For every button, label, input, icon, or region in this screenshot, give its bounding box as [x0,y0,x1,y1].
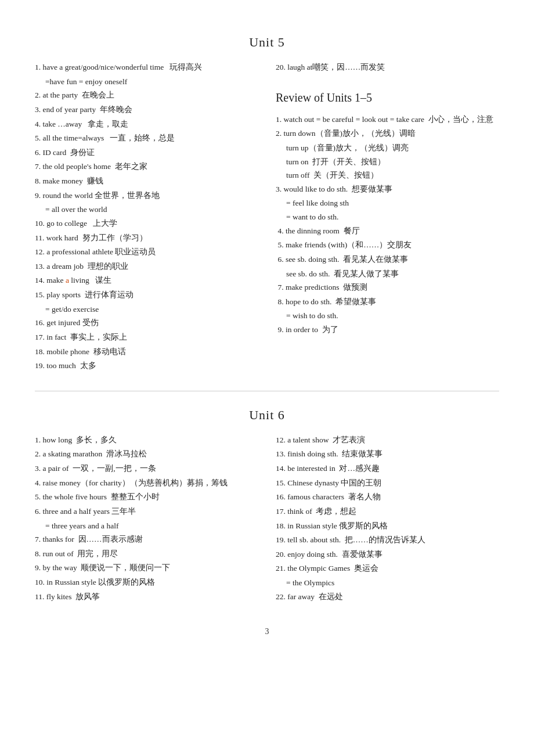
list-item: 1. watch out = be careful = look out = t… [276,113,499,127]
list-item: 10. in Russian style 以俄罗斯的风格 [35,575,258,589]
list-item: 17. in fact 事实上，实际上 [35,330,258,344]
list-item: 19. too much 太多 [35,359,258,373]
list-item: 22. far away 在远处 [276,590,499,604]
list-item: 13. finish doing sth. 结束做某事 [276,447,499,461]
list-item: 16. get injured 受伤 [35,316,258,330]
list-item: 4. the dinning room 餐厅 [276,224,499,238]
list-item: =have fun = enjoy oneself [35,75,258,89]
list-item: 6. see sb. doing sth. 看见某人在做某事 [276,253,499,267]
list-item: see sb. do sth. 看见某人做了某事 [276,267,499,281]
list-item: = feel like doing sth [276,196,499,210]
review-title: Review of Units 1–5 [276,91,499,105]
unit6-right-col: 12. a talent show 才艺表演 13. finish doing … [276,433,499,604]
list-item: turn on 打开（开关、按钮） [276,155,499,169]
list-item: 13. a dream job 理想的职业 [35,260,258,273]
list-item: 5. all the time=always 一直，始终，总是 [35,131,258,145]
unit5-title: Unit 5 [35,35,499,50]
list-item: turn off 关（开关、按钮） [276,168,499,182]
unit5-left-col: 1. have a great/good/nice/wonderful time… [35,60,258,373]
list-item: 7. make predictions 做预测 [276,280,499,294]
list-item: 15. play sports 进行体育运动 [35,288,258,302]
list-item: 7. thanks for 因……而表示感谢 [35,532,258,546]
list-item: 19. tell sb. about sth. 把……的情况告诉某人 [276,533,499,547]
unit6-left-col: 1. how long 多长，多久 2. a skating marathon … [35,433,258,604]
list-item: 14. make a living 谋生 [35,273,258,287]
list-item: 11. fly kites 放风筝 [35,590,258,604]
list-item: = wish to do sth. [276,309,499,323]
page-number: 3 [35,627,499,636]
list-item: 8. make money 赚钱 [35,174,258,188]
list-item: 8. hope to do sth. 希望做某事 [276,295,499,309]
list-item: = get/do exercise [35,303,258,316]
list-item: 5. make friends (with)（和……）交朋友 [276,238,499,252]
list-item: 18. mobile phone 移动电话 [35,345,258,359]
list-item: 9. in order to 为了 [276,323,499,337]
list-item: 18. in Russian style 俄罗斯的风格 [276,519,499,533]
list-item: 20. laugh at嘲笑，因……而发笑 [276,60,499,74]
list-item: 3. would like to do sth. 想要做某事 [276,182,499,196]
list-item: 11. work hard 努力工作（学习） [35,231,258,245]
unit5-right-col: 20. laugh at嘲笑，因……而发笑 Review of Units 1–… [276,60,499,373]
list-item: 2. turn down（音量)放小，（光线）调暗 [276,127,499,141]
list-item: 6. ID card 身份证 [35,146,258,160]
list-item: turn up（音量)放大，（光线）调亮 [276,141,499,155]
list-item: 5. the whole five hours 整整五个小时 [35,490,258,504]
list-item: 15. Chinese dynasty 中国的王朝 [276,476,499,490]
list-item: 2. a skating marathon 滑冰马拉松 [35,447,258,461]
list-item: 8. run out of 用完，用尽 [35,547,258,561]
list-item: 20. enjoy doing sth. 喜爱做某事 [276,548,499,561]
list-item: 1. how long 多长，多久 [35,433,258,447]
list-item: = the Olympics [276,576,499,590]
list-item: 12. a talent show 才艺表演 [276,433,499,447]
list-item: 6. three and a half years 三年半 [35,505,258,519]
list-item: 4. raise money（for charity）（为慈善机构）募捐，筹钱 [35,476,258,490]
section-divider [35,391,499,391]
list-item: 17. think of 考虑，想起 [276,505,499,519]
list-item: = three years and a half [35,519,258,533]
list-item: 12. a professional athlete 职业运动员 [35,245,258,259]
list-item: = want to do sth. [276,210,499,224]
list-item: 7. the old people's home 老年之家 [35,160,258,174]
list-item: 1. have a great/good/nice/wonderful time… [35,60,258,74]
list-item: 4. take …away 拿走，取走 [35,117,258,131]
unit6-title: Unit 6 [35,408,499,423]
list-item: 3. a pair of 一双，一副,一把，一条 [35,462,258,476]
list-item: 14. be interested in 对…感兴趣 [276,462,499,476]
list-item: 21. the Olympic Games 奥运会 [276,561,499,575]
list-item: 9. by the way 顺便说一下，顺便问一下 [35,561,258,575]
list-item: 9. round the world 全世界，世界各地 [35,189,258,203]
list-item: = all over the world [35,203,258,217]
list-item: 10. go to college 上大学 [35,217,258,231]
list-item: 2. at the party 在晚会上 [35,88,258,102]
list-item: 16. famous characters 著名人物 [276,490,499,504]
list-item: 3. end of year party 年终晚会 [35,103,258,117]
